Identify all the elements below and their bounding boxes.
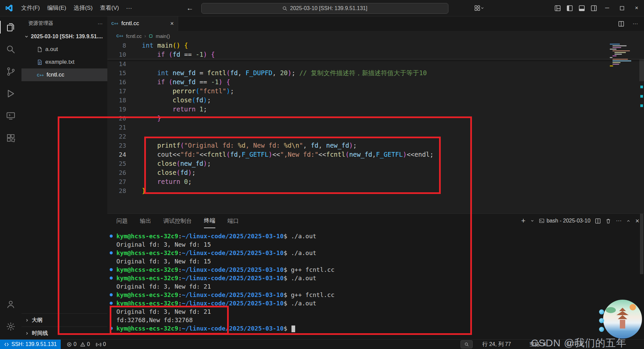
command-decoration-dot[interactable] — [110, 293, 113, 296]
split-terminal-icon[interactable] — [595, 218, 601, 224]
customize-layout-button[interactable] — [551, 2, 564, 14]
accounts-icon[interactable] — [0, 293, 21, 315]
source-control-icon[interactable] — [0, 60, 21, 83]
remote-explorer-icon[interactable] — [0, 105, 21, 127]
cursor-position-indicator[interactable]: 行 24, 列 77 — [482, 340, 511, 349]
extensions-icon[interactable] — [0, 127, 21, 149]
code-line-25[interactable]: 25 close(new_fd); — [107, 159, 644, 168]
file-tree-item-a.out[interactable]: a.out — [21, 43, 107, 56]
shell-label-text: bash - 2025-03-10 — [547, 218, 591, 224]
toggle-panel-button[interactable] — [576, 2, 588, 14]
breadcrumb[interactable]: C++ fcntl.cc › main() — [107, 31, 644, 41]
terminal-instance-label[interactable]: bash - 2025-03-10 — [539, 218, 591, 224]
panel-tab-端口[interactable]: 端口 — [227, 214, 239, 228]
remote-indicator[interactable]: SSH: 139.9.51.131 — [0, 340, 61, 349]
problems-indicator[interactable]: 0 0 — [67, 341, 90, 347]
file-tree-item-fcntl.cc[interactable]: C++fcntl.cc — [21, 68, 107, 81]
settings-gear-icon[interactable] — [0, 315, 21, 338]
code-line-20[interactable]: 20 } — [107, 114, 644, 123]
code-text: if (fd == -1) { — [126, 50, 215, 59]
code-line-21[interactable]: 21 — [107, 123, 644, 132]
menu-overflow-button[interactable]: ··· — [123, 5, 136, 12]
command-decoration-dot[interactable] — [110, 302, 113, 305]
code-text: int new_fd = fcntl(fd, F_DUPFD, 20); // … — [126, 68, 427, 78]
error-icon — [67, 342, 72, 347]
outline-section[interactable]: 大纲 — [21, 313, 107, 327]
panel-tab-问题[interactable]: 问题 — [116, 214, 128, 228]
command-decoration-dot[interactable] — [110, 327, 113, 330]
terminal-scrollbar[interactable] — [640, 214, 643, 274]
editor-actions: ··· — [615, 18, 641, 30]
command-decoration-dot[interactable] — [110, 235, 113, 238]
profile-switcher-button[interactable] — [474, 5, 484, 11]
tab-close-icon[interactable]: × — [170, 20, 174, 27]
code-line-10[interactable]: 10 if (fd == -1) { — [107, 50, 644, 59]
command-decoration-dot[interactable] — [110, 251, 113, 254]
overview-ruler-mark — [640, 86, 643, 88]
editor-more-actions-icon[interactable]: ··· — [629, 18, 641, 30]
file-file-icon — [37, 47, 43, 52]
panel-tab-终端[interactable]: 终端 — [204, 213, 215, 228]
workspace-root-folder[interactable]: 2025-03-10 [SSH: 139.9.51.... — [21, 30, 107, 43]
menu-item[interactable]: 选择(S) — [70, 3, 96, 13]
maximize-button[interactable] — [614, 0, 629, 16]
sidebar-more-button[interactable]: ··· — [98, 20, 103, 26]
remote-icon — [4, 342, 9, 347]
zoom-indicator[interactable] — [460, 340, 474, 349]
code-line-14[interactable]: 14 — [107, 59, 644, 68]
panel-tab-输出[interactable]: 输出 — [140, 214, 151, 228]
code-line-19[interactable]: 19 return 1; — [107, 105, 644, 114]
code-line-24[interactable]: 24 cout<<"fd:"<<fcntl(fd,F_GETFL)<<",New… — [107, 150, 644, 159]
search-sidebar-icon[interactable] — [0, 38, 21, 60]
timeline-section[interactable]: 时间线 — [21, 327, 107, 340]
toggle-sidebar-button[interactable] — [564, 2, 576, 14]
command-center-search[interactable]: 2025-03-10 [SSH: 139.9.51.131] — [201, 3, 448, 14]
terminal-prompt-line: kym@hcss-ecs-32c9:~/linux-code/2025/2025… — [107, 232, 639, 240]
breadcrumb-file[interactable]: fcntl.cc — [126, 33, 142, 39]
terminal-dropdown-icon[interactable] — [530, 219, 534, 223]
toggle-secondary-sidebar-button[interactable] — [588, 2, 600, 14]
tab-fcntl[interactable]: C++ fcntl.cc × — [107, 16, 178, 31]
run-debug-icon[interactable] — [0, 83, 21, 105]
title-bar: 文件(F)编辑(E)选择(S)查看(V) ··· ← → 2025-03-10 … — [0, 0, 644, 16]
close-window-button[interactable]: × — [629, 0, 644, 16]
minimap[interactable] — [610, 44, 637, 67]
terminal-output[interactable]: kym@hcss-ecs-32c9:~/linux-code/2025/2025… — [107, 232, 639, 340]
minimize-button[interactable]: ─ — [600, 0, 614, 16]
maximize-panel-chevron-icon[interactable] — [626, 219, 631, 223]
code-line-15[interactable]: 15 int new_fd = fcntl(fd, F_DUPFD, 20); … — [107, 68, 644, 78]
code-line-27[interactable]: 27 return 0; — [107, 177, 644, 186]
code-line-23[interactable]: 23 printf("Original fd: %d, New fd: %d\n… — [107, 141, 644, 150]
code-text: } — [126, 186, 146, 195]
txt-file-icon — [37, 59, 43, 65]
breadcrumb-symbol[interactable]: main() — [156, 33, 170, 39]
menu-item[interactable]: 文件(F) — [17, 3, 44, 13]
panel-more-actions-icon[interactable]: ··· — [616, 217, 622, 224]
code-line-22[interactable]: 22 — [107, 132, 644, 141]
file-tree-item-example.txt[interactable]: example.txt — [21, 56, 107, 68]
code-line-16[interactable]: 16 if (new_fd == -1) { — [107, 78, 644, 87]
terminal-output-line: Original fd: 3, New fd: 21 — [107, 307, 639, 316]
code-editor[interactable]: 8int main() {10 if (fd == -1) { 1415 int… — [107, 41, 644, 213]
remote-label: SSH: 139.9.51.131 — [11, 341, 57, 347]
split-editor-icon[interactable] — [615, 18, 627, 30]
kill-terminal-trash-icon[interactable] — [605, 218, 611, 224]
explorer-sidebar: 资源管理器 ··· 2025-03-10 [SSH: 139.9.51.... … — [21, 16, 108, 340]
new-terminal-button[interactable]: + — [521, 216, 526, 225]
code-line-28[interactable]: 28} — [107, 186, 644, 195]
outline-label: 大纲 — [32, 317, 43, 324]
explorer-icon[interactable] — [0, 16, 21, 38]
menu-item[interactable]: 查看(V) — [96, 3, 123, 13]
code-line-17[interactable]: 17 perror("fcntl"); — [107, 87, 644, 96]
code-line-8[interactable]: 8int main() { — [107, 41, 644, 50]
back-arrow-icon[interactable]: ← — [182, 4, 198, 12]
command-decoration-dot[interactable] — [110, 268, 113, 271]
code-line-18[interactable]: 18 close(fd); — [107, 96, 644, 105]
close-panel-icon[interactable]: × — [635, 217, 639, 225]
code-line-26[interactable]: 26 close(fd); — [107, 168, 644, 177]
broadcast-icon — [96, 342, 101, 347]
ports-indicator[interactable]: 0 — [96, 341, 106, 347]
menu-item[interactable]: 编辑(E) — [44, 3, 70, 13]
command-decoration-dot[interactable] — [110, 277, 113, 280]
panel-tab-调试控制台[interactable]: 调试控制台 — [163, 214, 192, 228]
